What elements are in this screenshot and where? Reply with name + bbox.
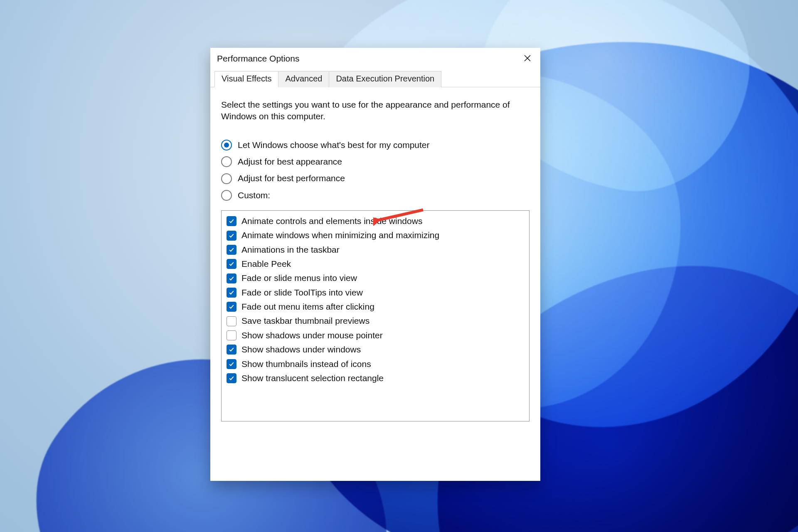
titlebar: Performance Options [210, 48, 540, 69]
checkbox-label: Show shadows under windows [241, 344, 361, 355]
radio-group: Let Windows choose what's best for my co… [221, 139, 530, 201]
radio-appearance[interactable]: Adjust for best appearance [221, 156, 530, 167]
checkbox-label: Fade or slide ToolTips into view [241, 287, 363, 298]
checkbox-row[interactable]: Show thumbnails instead of icons [227, 357, 524, 371]
radio-performance[interactable]: Adjust for best performance [221, 172, 530, 184]
checkbox-label: Enable Peek [241, 258, 291, 270]
checkbox-label: Animate controls and elements inside win… [241, 215, 422, 227]
radio-label: Custom: [238, 190, 270, 201]
checkbox-icon [227, 359, 236, 369]
checkbox-row[interactable]: Animations in the taskbar [227, 243, 524, 257]
checkbox-row[interactable]: Fade or slide ToolTips into view [227, 286, 524, 300]
checkbox-row[interactable]: Show translucent selection rectangle [227, 371, 524, 385]
checkbox-icon [227, 231, 236, 241]
radio-custom[interactable]: Custom: [221, 190, 530, 201]
checkbox-label: Animations in the taskbar [241, 244, 340, 256]
radio-label: Let Windows choose what's best for my co… [238, 139, 430, 151]
radio-icon [221, 190, 232, 201]
checkbox-label: Save taskbar thumbnail previews [241, 315, 369, 327]
checkbox-icon [227, 373, 236, 383]
visual-effects-list[interactable]: Animate controls and elements inside win… [221, 210, 530, 421]
radio-icon [221, 140, 232, 150]
checkbox-row[interactable]: Enable Peek [227, 257, 524, 271]
checkbox-icon [227, 288, 236, 298]
checkbox-icon [227, 245, 236, 255]
radio-label: Adjust for best appearance [238, 156, 342, 167]
checkbox-icon [227, 273, 236, 283]
description-text: Select the settings you want to use for … [221, 99, 512, 123]
checkbox-icon [227, 302, 236, 312]
tab-visual-effects[interactable]: Visual Effects [214, 71, 278, 87]
tab-data-execution-prevention[interactable]: Data Execution Prevention [329, 71, 441, 87]
checkbox-icon [227, 345, 236, 355]
tabstrip: Visual EffectsAdvancedData Execution Pre… [210, 69, 540, 87]
radio-auto[interactable]: Let Windows choose what's best for my co… [221, 139, 530, 151]
checkbox-row[interactable]: Animate controls and elements inside win… [227, 214, 524, 228]
checkbox-row[interactable]: Show shadows under windows [227, 342, 524, 357]
checkbox-icon [227, 330, 236, 340]
dialog-title: Performance Options [217, 54, 299, 64]
checkbox-row[interactable]: Fade or slide menus into view [227, 271, 524, 285]
radio-label: Adjust for best performance [238, 172, 345, 184]
checkbox-label: Show translucent selection rectangle [241, 372, 384, 384]
checkbox-label: Fade or slide menus into view [241, 272, 357, 284]
radio-icon [221, 156, 232, 167]
checkbox-icon [227, 316, 236, 326]
checkbox-icon [227, 216, 236, 226]
performance-options-dialog: Performance Options Visual EffectsAdvanc… [210, 48, 540, 481]
tab-advanced[interactable]: Advanced [278, 71, 329, 87]
checkbox-label: Show shadows under mouse pointer [241, 330, 383, 341]
checkbox-row[interactable]: Show shadows under mouse pointer [227, 328, 524, 342]
close-icon [524, 54, 531, 64]
checkbox-label: Show thumbnails instead of icons [241, 358, 371, 370]
checkbox-icon [227, 259, 236, 269]
checkbox-row[interactable]: Animate windows when minimizing and maxi… [227, 228, 524, 242]
close-button[interactable] [519, 51, 536, 66]
checkbox-row[interactable]: Fade out menu items after clicking [227, 300, 524, 314]
checkbox-label: Fade out menu items after clicking [241, 301, 374, 313]
checkbox-label: Animate windows when minimizing and maxi… [241, 229, 439, 241]
checkbox-row[interactable]: Save taskbar thumbnail previews [227, 314, 524, 328]
radio-icon [221, 173, 232, 184]
tab-panel-visual-effects: Select the settings you want to use for … [210, 87, 540, 421]
